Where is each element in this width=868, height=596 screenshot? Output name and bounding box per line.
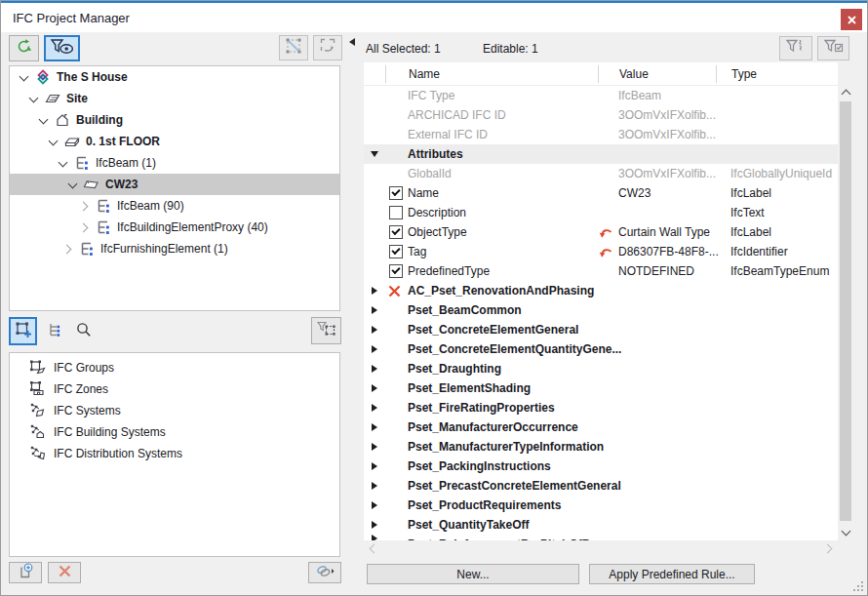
table-row[interactable]: External IFC ID3OOmVxIFXolfib... [364, 125, 838, 144]
list-item-ifc-building-systems[interactable]: IFC Building Systems [10, 421, 339, 443]
triangle-down-icon[interactable] [371, 151, 378, 157]
list-item-ifc-zones[interactable]: IFC Zones [10, 378, 339, 400]
triangle-right-icon[interactable] [372, 404, 377, 412]
triangle-right-icon[interactable] [372, 345, 377, 353]
triangle-right-icon[interactable] [372, 423, 377, 431]
delete-item-button[interactable] [48, 562, 81, 583]
scroll-up-icon[interactable] [842, 88, 849, 96]
hierarchy-view-button[interactable] [46, 323, 62, 339]
chevron-down-icon[interactable] [68, 179, 78, 189]
resize-grip[interactable] [850, 578, 863, 591]
triangle-right-icon[interactable] [372, 326, 377, 334]
horizontal-scrollbar[interactable] [364, 542, 838, 554]
table-row[interactable]: NameCW23IfcLabel [364, 183, 838, 203]
tree-item-site[interactable]: Site [10, 88, 339, 109]
scroll-right-icon[interactable] [824, 544, 832, 552]
triangle-right-icon[interactable] [372, 365, 377, 373]
triangle-right-icon[interactable] [372, 535, 377, 540]
table-pset-row[interactable]: Pset_ConcreteElementQuantityGene... [364, 339, 838, 359]
tree-item-building[interactable]: Building [10, 109, 339, 131]
table-pset-row[interactable]: Pset_PrecastConcreteElementGeneral [364, 476, 838, 496]
triangle-right-icon[interactable] [372, 501, 377, 509]
table-pset-row[interactable]: AC_Pset_RenovationAndPhasing [364, 281, 838, 300]
add-item-button[interactable] [9, 562, 42, 583]
chevron-right-icon[interactable] [80, 222, 90, 232]
tree-item-ifcbeam-1[interactable]: IfcBeam (1) [10, 152, 339, 174]
table-row[interactable]: ObjectTypeCurtain Wall TypeIfcLabel [364, 222, 838, 242]
checkbox-checked[interactable] [389, 245, 403, 258]
vertical-scrollbar[interactable] [838, 62, 853, 540]
table-pset-row[interactable]: Pset_FireRatingProperties [364, 398, 838, 417]
triangle-right-icon[interactable] [372, 482, 377, 490]
new-button[interactable]: New... [367, 564, 579, 584]
table-pset-row[interactable]: Pset_Draughting [364, 359, 838, 378]
chevron-right-icon[interactable] [80, 201, 90, 211]
delete-x-icon [58, 564, 72, 582]
table-pset-row[interactable]: Pset_QuantityTakeOff [364, 515, 838, 535]
marquee-selection-button[interactable] [313, 35, 342, 60]
checkbox-checked[interactable] [389, 225, 403, 239]
filter-editable-button[interactable] [817, 36, 849, 60]
refresh-button[interactable] [9, 35, 39, 61]
table-pset-row[interactable]: Pset_BeamCommon [364, 300, 838, 320]
window-title: IFC Project Manager [13, 11, 130, 25]
table-row[interactable]: IFC TypeIfcBeam [364, 86, 838, 105]
triangle-right-icon[interactable] [372, 384, 377, 392]
table-row[interactable]: GlobalId3OOmVxIFXolfib...IfcGloballyUniq… [364, 164, 838, 183]
list-item-ifc-systems[interactable]: IFC Systems [10, 400, 339, 421]
checkbox-checked[interactable] [389, 264, 403, 278]
table-pset-row[interactable]: Pset_ReinforcementBarPitchOfBeam [364, 535, 838, 540]
select-linked-elements-button[interactable] [279, 35, 308, 60]
table-row[interactable]: PredefinedTypeNOTDEFINEDIfcBeamTypeEnum [364, 261, 838, 281]
curtain-wall-icon [83, 177, 99, 192]
table-pset-row[interactable]: Pset_ProductRequirements [364, 496, 838, 515]
scroll-down-icon[interactable] [842, 528, 849, 536]
column-header-name[interactable]: Name [385, 65, 598, 83]
table-row[interactable]: ARCHICAD IFC ID3OOmVxIFXolfib... [364, 105, 838, 125]
column-header-value[interactable]: Value [598, 65, 716, 83]
chevron-right-icon[interactable] [63, 244, 73, 254]
chevron-down-icon[interactable] [39, 115, 49, 125]
search-button[interactable] [75, 323, 92, 339]
table-pset-row[interactable]: Pset_ElementShading [364, 378, 838, 398]
list-item-ifc-groups[interactable]: IFC Groups [10, 357, 339, 378]
tree-item-ifcbeam-90[interactable]: IfcBeam (90) [10, 195, 339, 217]
table-pset-row[interactable]: Pset_ManufacturerTypeInformation [364, 437, 838, 457]
table-row[interactable]: TagD86307FB-48F8-...IfcIdentifier [364, 242, 838, 261]
triangle-right-icon[interactable] [372, 306, 377, 314]
tree-item-project[interactable]: The S House [10, 66, 339, 88]
list-item-label: IFC Building Systems [54, 425, 166, 439]
table-row[interactable]: DescriptionIfcText [364, 203, 838, 222]
filter-assignments-button[interactable] [311, 317, 341, 344]
tree-item-cw23-selected[interactable]: CW23 [10, 174, 339, 195]
link-flyout-button[interactable] [308, 562, 341, 583]
collapse-panel-arrow[interactable] [349, 38, 355, 46]
triangle-right-icon[interactable] [372, 443, 377, 451]
tree-item-floor[interactable]: 0. 1st FLOOR [10, 131, 339, 152]
new-ifc-assignment-button[interactable] [9, 317, 37, 345]
filter-scheme-button[interactable] [779, 36, 812, 60]
scroll-left-icon[interactable] [368, 544, 375, 552]
close-button[interactable] [841, 9, 862, 30]
tree-item-ifcfurnishingelement[interactable]: IfcFurnishingElement (1) [10, 238, 339, 259]
triangle-right-icon[interactable] [372, 462, 377, 470]
vertical-scrollbar-thumb[interactable] [840, 101, 851, 521]
table-group-row-attributes[interactable]: Attributes [364, 144, 838, 164]
checkbox-unchecked[interactable] [389, 206, 403, 219]
table-pset-row[interactable]: Pset_ManufacturerOccurrence [364, 417, 838, 437]
filter-visibility-toggle[interactable] [44, 35, 80, 61]
triangle-right-icon[interactable] [372, 521, 377, 529]
tree-item-ifcbuildingelementproxy[interactable]: IfcBuildingElementProxy (40) [10, 217, 339, 238]
apply-predefined-rule-button[interactable]: Apply Predefined Rule... [589, 564, 755, 584]
table-pset-row[interactable]: Pset_PackingInstructions [364, 457, 838, 476]
title-bar[interactable]: IFC Project Manager [1, 3, 867, 32]
checkbox-checked[interactable] [389, 186, 403, 200]
list-item-ifc-distribution-systems[interactable]: IFC Distribution Systems [10, 443, 339, 464]
chevron-down-icon[interactable] [29, 94, 39, 103]
column-header-type[interactable]: Type [716, 65, 838, 83]
chevron-down-icon[interactable] [20, 72, 29, 82]
triangle-right-icon[interactable] [372, 287, 377, 295]
table-pset-row[interactable]: Pset_ConcreteElementGeneral [364, 320, 838, 339]
chevron-down-icon[interactable] [59, 158, 68, 168]
chevron-down-icon[interactable] [49, 137, 59, 146]
